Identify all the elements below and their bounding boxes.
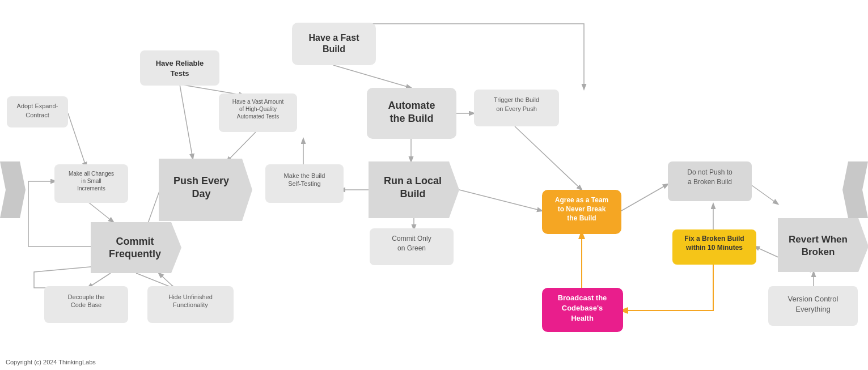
make-changes-label3: Increments: [77, 185, 105, 192]
automate-build-label: Automate: [388, 100, 435, 111]
arrow-fix-to-broadcast: [621, 263, 713, 311]
vast-tests-label: Have a Vast Amount: [232, 99, 284, 105]
fix-broken-label2: within 10 Minutes: [685, 244, 743, 252]
do-not-push-label: Do not Push to: [687, 168, 732, 176]
agree-team-label2: to Never Break: [558, 205, 606, 213]
agree-team-label: Agree as a Team: [555, 196, 609, 204]
fix-broken-label: Fix a Broken Build: [684, 235, 744, 243]
reliable-tests-label: Have Reliable: [156, 59, 204, 67]
arrow-make-to-commit: [88, 202, 113, 222]
arrow-commit-to-decouple: [88, 273, 111, 288]
version-control-label: Version Control: [788, 295, 839, 303]
vast-tests-label2: of High-Quality: [239, 106, 277, 112]
commit-freq-label: Commit: [116, 236, 154, 247]
arrow-reliable-to-push: [180, 84, 193, 159]
reliable-tests-label2: Tests: [171, 69, 189, 78]
big-arrow-right: [842, 161, 868, 218]
push-every-day-label2: Day: [192, 188, 210, 199]
arrow-vast-to-push: [227, 132, 256, 161]
big-arrow-left: [0, 161, 26, 218]
adopt-expand-label: Adopt Expand-: [17, 103, 58, 109]
arrow-agree-to-donot: [621, 184, 668, 211]
broadcast-label2: Codebase's: [562, 304, 603, 312]
trigger-build-label: Trigger the Build: [494, 96, 539, 103]
revert-label: Revert When: [789, 234, 848, 245]
agree-team-label3: the Build: [567, 214, 596, 222]
revert-shape: [778, 218, 868, 272]
version-control-label2: Everything: [795, 305, 830, 313]
self-testing-label: Make the Build: [284, 172, 325, 179]
self-testing-label2: Self-Testing: [288, 180, 320, 187]
vast-tests-label3: Automated Tests: [237, 113, 279, 120]
make-changes-label2: in Small: [81, 178, 101, 184]
diagram-container: Have a Fast Build Have Reliable Tests Pu…: [0, 0, 868, 357]
arrow-adopt-to-make: [68, 113, 86, 167]
commit-green-label: Commit Only: [392, 235, 431, 243]
arrow-fast-build-to-automate: [333, 65, 411, 88]
push-every-day-label: Push Every: [173, 175, 229, 186]
make-changes-label: Make all Changes: [69, 171, 114, 177]
fast-build-label2: Build: [323, 44, 345, 54]
hide-unfinished-label: Hide Unfinished: [168, 294, 213, 300]
broadcast-label3: Health: [571, 314, 594, 322]
fast-build-label: Have a Fast: [309, 33, 360, 42]
copyright-text: Copyright (c) 2024 ThinkingLabs: [6, 359, 96, 365]
arrow-trigger-to-agree: [515, 126, 582, 190]
decouple-label: Decouple the: [68, 294, 105, 300]
trigger-build-label2: on Every Push: [496, 105, 537, 112]
run-local-label2: Build: [400, 188, 426, 199]
commit-freq-label2: Frequently: [109, 248, 161, 260]
arrow-run-to-agree: [459, 190, 542, 211]
revert-label2: Broken: [802, 246, 835, 257]
automate-build-label2: the Build: [390, 113, 434, 124]
broadcast-label: Broadcast the: [558, 294, 607, 302]
arrow-decouple-to-commit: [34, 266, 96, 288]
decouple-label2: Code Base: [71, 301, 101, 308]
arrow-donot-to-revert: [750, 184, 778, 204]
main-svg: Have a Fast Build Have Reliable Tests Pu…: [0, 0, 868, 357]
reliable-tests-shape: [140, 50, 219, 86]
hide-unfinished-label2: Functionality: [173, 301, 208, 308]
adopt-expand-label2: Contract: [26, 112, 49, 118]
commit-green-label2: on Green: [397, 244, 426, 252]
commit-frequently-shape: [91, 222, 181, 273]
do-not-push-label2: a Broken Build: [688, 178, 732, 186]
run-local-label: Run a Local: [384, 175, 442, 186]
